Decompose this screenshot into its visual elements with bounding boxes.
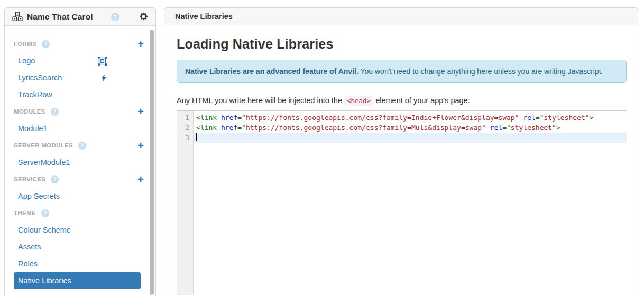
intro-after: element of your app's page: xyxy=(373,96,470,105)
sidebar-scrollbar[interactable] xyxy=(150,30,154,295)
main-panel: Native Libraries Loading Native Librarie… xyxy=(164,7,638,296)
add-forms-button[interactable]: + xyxy=(137,39,144,49)
sidebar-item-colour-scheme[interactable]: Colour Scheme xyxy=(14,221,141,238)
panel-content: Loading Native Libraries Native Librarie… xyxy=(164,25,638,295)
section-label: MODULES xyxy=(14,108,45,115)
sidebar-item-trackrow[interactable]: TrackRow xyxy=(14,86,141,103)
sidebar-section-forms: FORMS?+ xyxy=(5,35,155,52)
help-icon[interactable]: ? xyxy=(111,13,119,21)
sidebar-item-label: ServerModule1 xyxy=(18,158,70,166)
info-alert-text: You won't need to change anything here u… xyxy=(358,67,603,76)
sidebar-item-label: Native Libraries xyxy=(18,276,71,285)
help-icon[interactable]: ? xyxy=(78,142,86,150)
sidebar-item-label: Roles xyxy=(18,260,38,268)
app-settings-button[interactable] xyxy=(131,8,155,25)
panel-title: Native Libraries xyxy=(164,8,638,25)
head-code-span: <head> xyxy=(344,96,373,106)
sidebar-item-label: TrackRow xyxy=(18,90,52,99)
sidebar-item-label: Module1 xyxy=(18,124,48,133)
line-number: 2 xyxy=(177,123,193,133)
section-label: FORMS xyxy=(14,41,36,47)
sidebar-item-lyricssearch[interactable]: LyricsSearch xyxy=(14,69,141,86)
help-icon[interactable]: ? xyxy=(51,175,59,183)
editor-gutter: 123 xyxy=(177,111,194,295)
section-label: SERVER MODULES xyxy=(14,142,73,149)
sidebar-nav: FORMS?+LogoLyricsSearchTrackRowMODULES?+… xyxy=(5,26,155,289)
sidebar-header: Name That Carol ? xyxy=(5,8,155,26)
editor-code-area[interactable]: <link href="https://fonts.googleapis.com… xyxy=(194,111,627,295)
line-number: 3 xyxy=(177,133,193,143)
app-title-area: Name That Carol ? xyxy=(5,8,131,25)
app-blocks-icon xyxy=(12,12,23,22)
section-label: SERVICES xyxy=(14,176,45,182)
section-label: THEME xyxy=(14,210,36,216)
sidebar-item-module1[interactable]: Module1 xyxy=(14,120,141,137)
startup-form-bolt-icon xyxy=(101,74,107,82)
info-alert-bold: Native Libraries are an advanced feature… xyxy=(185,67,358,76)
code-line-1: <link href="https://fonts.googleapis.com… xyxy=(194,113,627,123)
sidebar-item-logo[interactable]: Logo xyxy=(14,52,141,69)
app-title: Name That Carol xyxy=(27,12,93,22)
sidebar-item-label: App Secrets xyxy=(18,192,60,200)
add-server-modules-button[interactable]: + xyxy=(137,140,144,151)
text-cursor xyxy=(196,133,197,141)
help-icon[interactable]: ? xyxy=(42,40,50,48)
sidebar-section-server-modules: SERVER MODULES?+ xyxy=(5,137,155,154)
help-icon[interactable]: ? xyxy=(41,209,49,217)
intro-text: Any HTML you write here will be injected… xyxy=(177,96,627,105)
sidebar-item-app-secrets[interactable]: App Secrets xyxy=(14,188,141,205)
page-heading: Loading Native Libraries xyxy=(177,36,627,52)
add-modules-button[interactable]: + xyxy=(137,106,144,117)
sidebar-item-label: Assets xyxy=(18,243,41,251)
help-icon[interactable]: ? xyxy=(51,108,59,116)
info-alert: Native Libraries are an advanced feature… xyxy=(177,60,627,83)
sidebar-item-label: Colour Scheme xyxy=(18,226,71,234)
sidebar-section-services: SERVICES?+ xyxy=(5,171,155,188)
code-line-2: <link href="https://fonts.googleapis.com… xyxy=(194,123,627,133)
sidebar-item-label: LyricsSearch xyxy=(18,73,62,82)
sidebar-item-label: Logo xyxy=(18,57,35,65)
sidebar-item-assets[interactable]: Assets xyxy=(14,238,141,255)
code-line-3 xyxy=(194,133,627,143)
sidebar-item-servermodule1[interactable]: ServerModule1 xyxy=(14,154,141,171)
open-form-frame-icon xyxy=(98,57,107,66)
add-services-button[interactable]: + xyxy=(137,174,144,184)
line-number: 1 xyxy=(177,113,193,123)
sidebar-item-native-libraries[interactable]: Native Libraries xyxy=(14,272,141,289)
gear-icon xyxy=(139,12,149,22)
code-editor[interactable]: 123 <link href="https://fonts.googleapis… xyxy=(177,110,627,295)
intro-before: Any HTML you write here will be injected… xyxy=(177,96,344,105)
sidebar-item-roles[interactable]: Roles xyxy=(14,255,141,272)
sidebar-section-theme: THEME? xyxy=(5,205,155,221)
sidebar: Name That Carol ? FORMS?+LogoLyricsSearc… xyxy=(4,7,156,296)
sidebar-section-modules: MODULES?+ xyxy=(5,103,155,120)
